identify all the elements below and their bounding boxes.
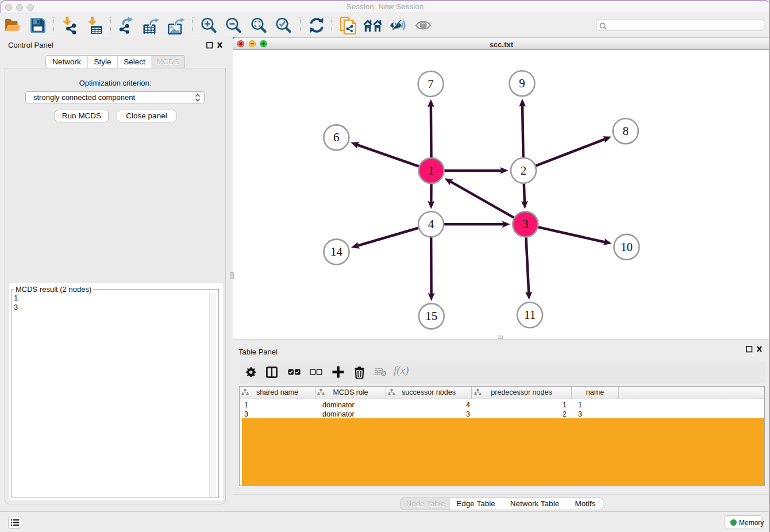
svg-text:15: 15 xyxy=(425,309,437,323)
svg-text:9: 9 xyxy=(519,76,525,90)
svg-text:8: 8 xyxy=(622,124,629,138)
svg-text:2: 2 xyxy=(521,164,527,178)
svg-text:14: 14 xyxy=(330,245,343,259)
svg-text:3: 3 xyxy=(522,217,529,231)
svg-text:11: 11 xyxy=(524,308,536,322)
svg-text:6: 6 xyxy=(333,130,340,144)
svg-text:1: 1 xyxy=(428,164,434,178)
svg-text:7: 7 xyxy=(428,77,434,91)
svg-text:10: 10 xyxy=(621,240,633,254)
svg-text:4: 4 xyxy=(428,217,434,231)
